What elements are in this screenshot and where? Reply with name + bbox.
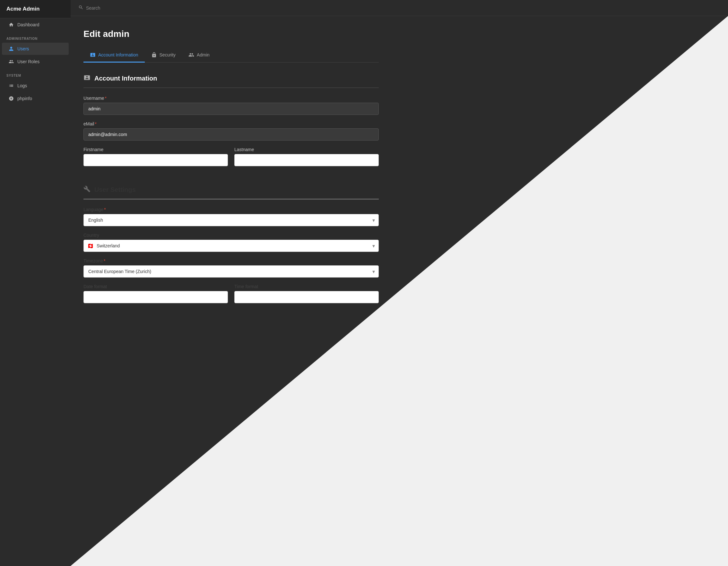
user-settings-header: User Settings xyxy=(83,186,379,194)
tab-admin-label: Admin xyxy=(197,52,210,57)
php-icon xyxy=(8,96,14,101)
account-information-section: Account Information Username* eMail* xyxy=(83,74,379,173)
firstname-input[interactable] xyxy=(83,154,228,166)
username-input[interactable] xyxy=(83,103,379,115)
search-input[interactable] xyxy=(86,5,150,11)
tab-account-information-label: Account Information xyxy=(98,52,138,57)
country-select-wrapper: 🇨🇭 Switzerland Germany France United Sta… xyxy=(83,240,379,252)
sidebar-item-users[interactable]: Users xyxy=(2,43,69,55)
list-icon xyxy=(8,83,14,89)
sidebar-section-administration: Administration xyxy=(0,31,71,42)
country-label: Country xyxy=(83,233,379,238)
lastname-label: Lastname xyxy=(234,147,379,152)
top-bar xyxy=(71,0,728,16)
sidebar-label-phpinfo: phpinfo xyxy=(17,96,32,101)
account-info-header: Account Information xyxy=(83,74,379,83)
date-format-field-group: Date format xyxy=(83,284,228,303)
sidebar-label-user-roles: User Roles xyxy=(17,59,39,64)
time-format-field-group: Time format xyxy=(234,284,379,303)
timezone-label: Timezone* xyxy=(83,258,379,264)
name-field-row: Firstname Lastname xyxy=(83,147,379,173)
email-input[interactable] xyxy=(83,128,379,141)
timezone-select[interactable]: Central European Time (Zurich) UTC Ameri… xyxy=(83,266,379,278)
timezone-select-wrapper: Central European Time (Zurich) UTC Ameri… xyxy=(83,266,379,278)
user-settings-title: User Settings xyxy=(94,186,136,194)
tab-account-information[interactable]: Account Information xyxy=(83,48,145,63)
date-format-input[interactable] xyxy=(83,291,228,303)
firstname-label: Firstname xyxy=(83,147,228,152)
sidebar-item-user-roles[interactable]: User Roles xyxy=(2,56,69,68)
sidebar-item-phpinfo[interactable]: phpinfo xyxy=(2,92,69,105)
id-card-icon xyxy=(90,52,96,58)
app-logo: Acme Admin xyxy=(0,0,71,18)
email-field-group: eMail* xyxy=(83,121,379,141)
user-icon xyxy=(8,46,14,52)
language-select-wrapper: English German French Italian ▾ xyxy=(83,214,379,226)
users-icon xyxy=(8,59,14,65)
sidebar-section-system: System xyxy=(0,68,71,79)
language-label: Language* xyxy=(83,207,379,212)
lastname-field-group: Lastname xyxy=(234,147,379,166)
home-icon xyxy=(8,22,14,28)
search-icon xyxy=(78,5,83,11)
lastname-input[interactable] xyxy=(234,154,379,166)
tab-security-label: Security xyxy=(160,52,176,57)
country-select[interactable]: Switzerland Germany France United States xyxy=(83,240,379,252)
language-select[interactable]: English German French Italian xyxy=(83,214,379,226)
firstname-field-group: Firstname xyxy=(83,147,228,166)
main-area: Edit admin Account Information Security xyxy=(71,0,728,566)
sidebar-label-logs: Logs xyxy=(17,83,27,88)
tab-admin[interactable]: Admin xyxy=(182,48,216,63)
time-format-input[interactable] xyxy=(234,291,379,303)
lock-icon xyxy=(151,52,157,58)
app-name: Acme Admin xyxy=(6,6,39,12)
username-label: Username* xyxy=(83,96,379,101)
search-wrapper xyxy=(78,5,150,11)
sidebar-item-logs[interactable]: Logs xyxy=(2,80,69,92)
user-settings-divider xyxy=(83,199,379,199)
tab-security[interactable]: Security xyxy=(145,48,182,63)
sidebar-item-dashboard[interactable]: Dashboard xyxy=(2,19,69,31)
format-field-row: Date format Time format xyxy=(83,284,379,309)
language-field-group: Language* English German French Italian … xyxy=(83,207,379,226)
account-section-icon xyxy=(83,74,91,83)
username-field-group: Username* xyxy=(83,96,379,115)
admin-icon xyxy=(188,52,194,58)
country-field-group: Country 🇨🇭 Switzerland Germany France Un… xyxy=(83,233,379,252)
sidebar-label-users: Users xyxy=(17,46,29,51)
timezone-field-group: Timezone* Central European Time (Zurich)… xyxy=(83,258,379,278)
user-settings-section: User Settings Language* English German F… xyxy=(83,186,379,309)
sidebar-label-dashboard: Dashboard xyxy=(17,22,39,27)
content-wrapper: Edit admin Account Information Security xyxy=(71,16,392,342)
date-format-label: Date format xyxy=(83,284,228,289)
email-label: eMail* xyxy=(83,121,379,126)
time-format-label: Time format xyxy=(234,284,379,289)
wrench-icon xyxy=(83,186,91,194)
tabs-bar: Account Information Security Admin xyxy=(83,48,379,63)
page-title: Edit admin xyxy=(83,29,379,39)
account-info-title: Account Information xyxy=(94,75,157,82)
sidebar: Acme Admin Dashboard Administration User… xyxy=(0,0,71,566)
content-area: Edit admin Account Information Security xyxy=(71,16,728,566)
account-info-divider xyxy=(83,88,379,88)
